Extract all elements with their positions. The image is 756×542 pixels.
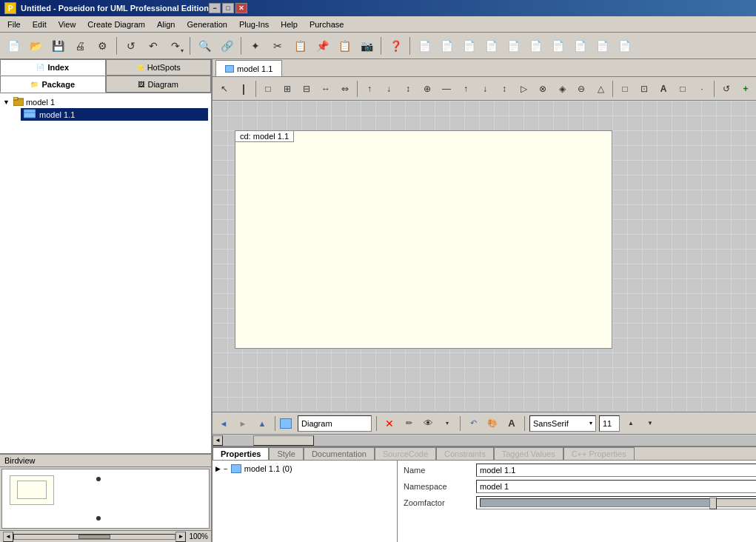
ct-horiz[interactable]: ↔ (317, 80, 335, 98)
bt-undo[interactable]: ↶ (465, 415, 481, 432)
tb-camera[interactable]: 📷 (356, 36, 377, 56)
prop-tab-sourcecode[interactable]: SourceCode (375, 447, 436, 460)
ct-plus2[interactable]: + (737, 80, 755, 98)
hscroll-thumb[interactable] (253, 435, 314, 446)
menu-plug-ins[interactable]: Plug-Ins (233, 19, 275, 30)
ct-up[interactable]: ↑ (361, 80, 378, 98)
tb-doc8[interactable]: 📄 (569, 36, 590, 56)
tb-doc6[interactable]: 📄 (525, 36, 546, 56)
tb-paste[interactable]: 📌 (312, 36, 332, 56)
tab-hotspots[interactable]: ⭐ HotSpots (106, 59, 212, 76)
tb-rotate[interactable]: ↺ (121, 36, 141, 56)
tb-find[interactable]: 🔍 (194, 36, 215, 56)
menu-generation[interactable]: Generation (181, 19, 233, 30)
tb-doc9[interactable]: 📄 (592, 36, 612, 56)
prop-tab-tagged[interactable]: Tagged Values (494, 447, 563, 460)
scroll-track[interactable] (13, 534, 175, 540)
minimize-button[interactable]: − (209, 3, 221, 13)
bt-forward[interactable]: ► (235, 415, 251, 432)
canvas[interactable]: cd: model 1.1 (213, 101, 756, 412)
prop-tab-documentation[interactable]: Documentation (304, 447, 375, 460)
ct-font-a[interactable]: A (655, 80, 672, 98)
bt-palette[interactable]: 🎨 (484, 415, 501, 432)
tb-print[interactable]: 🖨 (70, 36, 90, 56)
tb-doc4[interactable]: 📄 (481, 36, 501, 56)
ct-updown2[interactable]: ↕ (495, 80, 513, 98)
tree-root-model1[interactable]: ▼ model 1 (3, 96, 208, 108)
ct-plus-circle[interactable]: ⊕ (418, 80, 436, 98)
prop-tab-style[interactable]: Style (269, 447, 303, 460)
diagram-frame[interactable]: cd: model 1.1 (235, 130, 612, 349)
ct-up2[interactable]: ↑ (457, 80, 475, 98)
prop-tree-item[interactable]: ▶ − model 1.1 (0) (215, 464, 394, 474)
bt-delete[interactable]: ✕ (381, 415, 398, 432)
bt-dropdown[interactable]: ▾ (439, 415, 455, 432)
ct-refresh[interactable]: ↺ (717, 80, 735, 98)
ct-minus[interactable]: ⊟ (298, 80, 315, 98)
diagram-tab-model1-1[interactable]: model 1.1 (215, 60, 282, 76)
prop-tab-constraints[interactable]: Constraints (436, 447, 494, 460)
prop-tab-cpp[interactable]: C++ Properties (563, 447, 635, 460)
ct-rect3[interactable]: □ (674, 80, 692, 98)
menu-file[interactable]: File (1, 19, 27, 30)
bt-eye[interactable]: 👁 (420, 415, 436, 432)
menu-create-diagram[interactable]: Create Diagram (81, 19, 151, 30)
tab-index[interactable]: 📄 Index (0, 59, 106, 76)
tb-help[interactable]: ❓ (385, 36, 406, 56)
tb-doc3[interactable]: 📄 (458, 36, 479, 56)
bt-up-nav[interactable]: ▲ (254, 415, 270, 432)
tb-doc7[interactable]: 📄 (547, 36, 568, 56)
scroll-right-arrow[interactable]: ► (175, 532, 186, 542)
tb-new-elem[interactable]: ✦ (245, 36, 266, 56)
ct-dot[interactable]: · (693, 80, 711, 98)
tb-scissors[interactable]: ✂ (267, 36, 288, 56)
scroll-thumb[interactable] (78, 535, 110, 539)
tree-child-model1-1[interactable]: model 1.1 (21, 108, 208, 121)
ct-grid[interactable]: ⊞ (278, 80, 296, 98)
tb-doc5[interactable]: 📄 (503, 36, 523, 56)
tb-link[interactable]: 🔗 (216, 36, 237, 56)
ct-select[interactable]: ↖ (215, 80, 233, 98)
ct-arrows[interactable]: ⇔ (336, 80, 354, 98)
prop-value-name[interactable]: model 1.1 (476, 464, 756, 477)
tb-copy[interactable]: 📋 (290, 36, 310, 56)
menu-help[interactable]: Help (275, 19, 304, 30)
ct-rect[interactable]: □ (259, 80, 277, 98)
ct-down2[interactable]: ↓ (476, 80, 494, 98)
tb-settings[interactable]: ⚙ (92, 36, 113, 56)
ct-delta[interactable]: △ (592, 80, 609, 98)
hscroll-left[interactable]: ◄ (213, 435, 223, 446)
bt-pencil[interactable]: ✏ (401, 415, 417, 432)
tb-new[interactable]: 📄 (3, 36, 24, 56)
tb-open[interactable]: 📂 (25, 36, 46, 56)
tb-redo[interactable]: ↷▾ (165, 36, 186, 56)
menu-purchase[interactable]: Purchase (304, 19, 349, 30)
close-button[interactable]: ✕ (235, 3, 247, 13)
tb-save[interactable]: 💾 (47, 36, 68, 56)
bt-size-up[interactable]: ▲ (623, 415, 639, 432)
bt-size-down[interactable]: ▼ (642, 415, 658, 432)
hscroll-track[interactable] (223, 435, 756, 446)
tb-doc2[interactable]: 📄 (436, 36, 457, 56)
bt-back[interactable]: ◄ (215, 415, 232, 432)
prop-value-zoomfactor[interactable] (476, 496, 756, 509)
menu-view[interactable]: View (53, 19, 82, 30)
tb-doc10[interactable]: 📄 (614, 36, 635, 56)
menu-edit[interactable]: Edit (27, 19, 53, 30)
scroll-left-arrow[interactable]: ◄ (3, 532, 13, 542)
diagram-name-box[interactable]: Diagram (298, 415, 372, 432)
maximize-button[interactable]: □ (222, 3, 234, 13)
tb-copy2[interactable]: 📋 (334, 36, 355, 56)
ct-updown[interactable]: ↕ (399, 80, 417, 98)
menu-align[interactable]: Align (151, 19, 181, 30)
tab-diagram[interactable]: 🖼 Diagram (106, 76, 212, 93)
ct-cross[interactable]: ⊗ (534, 80, 552, 98)
ct-minus2[interactable]: ⊖ (572, 80, 590, 98)
ct-text[interactable]: | (235, 80, 252, 98)
prop-tab-properties[interactable]: Properties (213, 447, 269, 460)
ct-down[interactable]: ↓ (380, 80, 398, 98)
ct-triangle[interactable]: ▷ (515, 80, 532, 98)
ct-dotted[interactable]: ⊡ (635, 80, 653, 98)
ct-rect2[interactable]: □ (616, 80, 634, 98)
tab-package[interactable]: 📁 Package (0, 76, 106, 93)
